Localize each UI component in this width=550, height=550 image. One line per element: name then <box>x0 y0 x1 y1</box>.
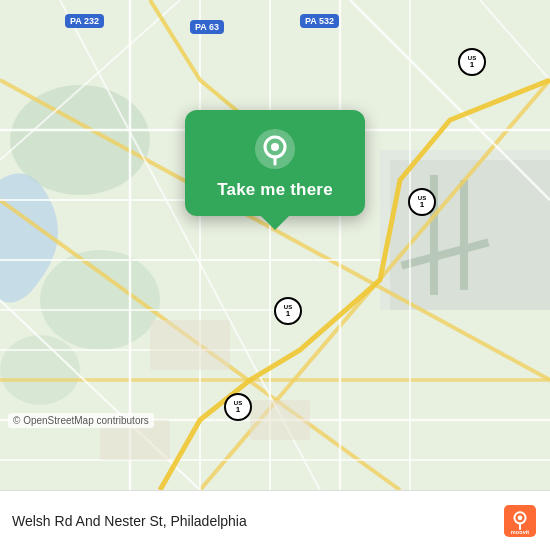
svg-point-40 <box>518 515 523 520</box>
pa232-badge: PA 232 <box>65 14 104 28</box>
moovit-logo-icon: moovit <box>504 505 536 537</box>
map-container: PA 232 PA 63 PA 532 US 1 US 1 US 1 US 1 <box>0 0 550 490</box>
svg-point-2 <box>40 250 160 350</box>
location-label: Welsh Rd And Nester St, Philadelphia <box>12 513 247 529</box>
svg-point-3 <box>0 335 80 405</box>
pa532-badge: PA 532 <box>300 14 339 28</box>
take-me-there-label: Take me there <box>217 180 333 200</box>
take-me-there-button[interactable]: Take me there <box>185 110 365 216</box>
us1-mid2-badge: US 1 <box>274 297 302 325</box>
us1-mid1-badge: US 1 <box>408 188 436 216</box>
svg-rect-32 <box>250 400 310 440</box>
us1-bot-badge: US 1 <box>224 393 252 421</box>
pa63-badge: PA 63 <box>190 20 224 34</box>
svg-rect-5 <box>390 160 550 310</box>
svg-rect-31 <box>150 320 230 370</box>
svg-point-36 <box>271 143 279 151</box>
osm-attribution: © OpenStreetMap contributors <box>8 413 154 428</box>
location-pin-icon <box>254 128 296 170</box>
svg-rect-7 <box>460 180 468 290</box>
us1-top-badge: US 1 <box>458 48 486 76</box>
moovit-logo: moovit <box>504 505 536 537</box>
bottom-bar: Welsh Rd And Nester St, Philadelphia moo… <box>0 490 550 550</box>
svg-text:moovit: moovit <box>511 528 529 534</box>
